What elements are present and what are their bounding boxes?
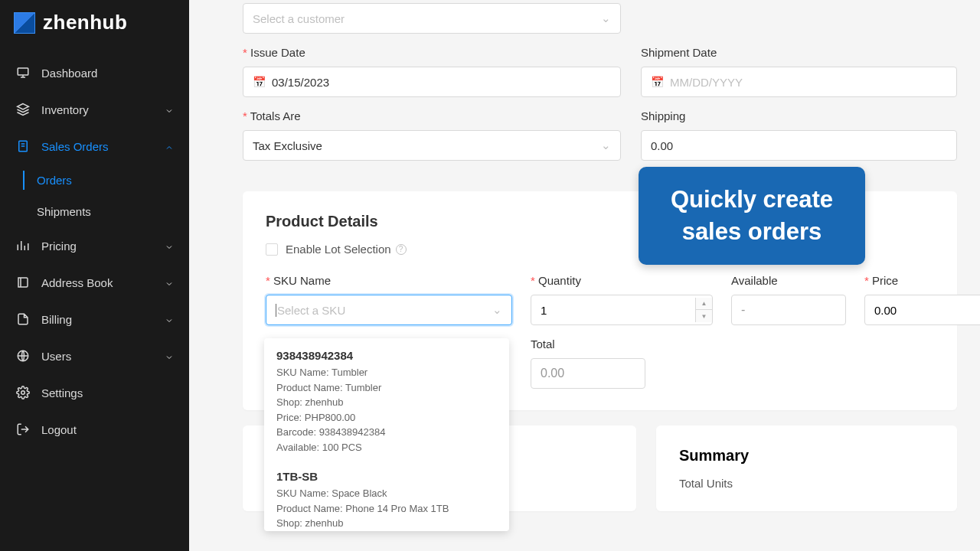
sku-option-skuname: SKU Name: Tumbler (276, 365, 497, 380)
calendar-icon: 📅 (651, 76, 664, 88)
sku-option-shop: Shop: zhenhub (276, 516, 497, 531)
sidebar-item-dashboard[interactable]: Dashboard (0, 54, 189, 91)
stepper-up-button[interactable]: ▲ (696, 298, 712, 310)
sku-option-price: Price: PHP800.00 (276, 410, 497, 425)
totals-are-label: Totals Are (243, 109, 621, 122)
file-icon (15, 311, 31, 327)
total-label: Total (531, 337, 645, 350)
nav-label: Logout (41, 423, 174, 436)
summary-total-units-label: Total Units (679, 477, 934, 490)
help-icon[interactable]: ? (396, 244, 407, 255)
chevron-down-icon (165, 278, 174, 287)
sidebar-item-settings[interactable]: Settings (0, 374, 189, 411)
sidebar-item-billing[interactable]: Billing (0, 301, 189, 337)
totals-are-select[interactable]: Tax Exclusive ⌄ (243, 130, 621, 161)
enable-lot-label: Enable Lot Selection (286, 243, 391, 256)
brand-name: zhenhub (43, 11, 127, 34)
customer-select[interactable]: Select a customer ⌄ (243, 3, 621, 34)
sku-option-productname: Product Name: Tumbler (276, 380, 497, 396)
nav-label: Address Book (41, 276, 165, 289)
chevron-down-icon: ⌄ (601, 11, 611, 25)
gear-icon (15, 385, 31, 400)
issue-date-input[interactable]: 📅 03/15/2023 (243, 67, 621, 97)
available-value: - (731, 295, 846, 325)
total-value: 0.00 (531, 358, 645, 389)
nav-label: Inventory (41, 103, 165, 116)
svg-rect-0 (18, 68, 28, 75)
callout-line-2: sales orders (671, 216, 833, 248)
chevron-down-icon (165, 105, 174, 114)
sidebar-item-inventory[interactable]: Inventory (0, 91, 189, 128)
chevron-down-icon (165, 241, 174, 250)
sidebar-item-sales-orders[interactable]: Sales Orders (0, 128, 189, 165)
clipboard-icon (15, 139, 31, 154)
calendar-icon: 📅 (253, 76, 266, 88)
logo: zhenhub (0, 0, 189, 48)
chart-icon (15, 238, 31, 253)
sku-option-code: 938438942384 (276, 349, 497, 362)
price-value[interactable] (865, 304, 980, 317)
shipment-date-placeholder: MM/DD/YYYY (670, 76, 743, 89)
monitor-icon (15, 65, 31, 80)
chevron-down-icon: ⌄ (601, 139, 611, 152)
callout-line-1: Quickly create (671, 184, 833, 216)
quantity-value[interactable] (531, 304, 695, 317)
sidebar-item-logout[interactable]: Logout (0, 411, 189, 448)
summary-title: Summary (679, 447, 934, 465)
shipping-label: Shipping (641, 109, 957, 122)
sku-option-barcode: Barcode: 938438942384 (276, 425, 497, 440)
sidebar-subitem-orders[interactable]: Orders (0, 165, 189, 196)
nav-label: Pricing (41, 240, 165, 253)
stepper-down-button[interactable]: ▼ (696, 310, 712, 322)
logout-icon (15, 422, 31, 437)
shipment-date-label: Shipment Date (641, 46, 957, 59)
sidebar-item-address-book[interactable]: Address Book (0, 264, 189, 301)
sku-name-label: SKU Name (266, 274, 512, 287)
brand-logo-icon (14, 12, 35, 34)
sku-option-2[interactable]: 1TB-SB SKU Name: Space Black Product Nam… (264, 462, 509, 531)
quantity-input[interactable]: ▲ ▼ (531, 295, 713, 325)
chevron-up-icon (165, 142, 174, 151)
shipment-date-input[interactable]: 📅 MM/DD/YYYY (641, 67, 957, 97)
chevron-down-icon: ⌄ (492, 303, 502, 317)
issue-date-value: 03/15/2023 (272, 76, 329, 89)
summary-card: Summary Total Units (656, 425, 957, 511)
sidebar-item-users[interactable]: Users (0, 337, 189, 374)
nav-label: Settings (41, 386, 174, 399)
sku-option-shop: Shop: zhenhub (276, 395, 497, 410)
nav-label: Billing (41, 313, 165, 326)
enable-lot-checkbox[interactable] (266, 243, 278, 256)
book-icon (15, 275, 31, 290)
promo-callout: Quickly create sales orders (639, 167, 865, 265)
price-label: Price (864, 274, 980, 287)
sku-select[interactable]: Select a SKU ⌄ (266, 295, 512, 325)
price-input[interactable]: ▲ ▼ (864, 295, 980, 325)
layers-icon (15, 102, 31, 117)
sidebar-item-pricing[interactable]: Pricing (0, 227, 189, 264)
sidebar-subitem-shipments[interactable]: Shipments (0, 196, 189, 227)
sku-option-price: Price: PHP109990.00 (276, 531, 497, 532)
available-label: Available (731, 274, 846, 287)
nav-label: Users (41, 350, 165, 363)
globe-icon (15, 348, 31, 364)
sku-dropdown-menu: 938438942384 SKU Name: Tumbler Product N… (264, 338, 509, 531)
chevron-down-icon (165, 315, 174, 324)
customer-placeholder: Select a customer (253, 12, 345, 25)
sku-option-skuname: SKU Name: Space Black (276, 486, 497, 501)
chevron-down-icon (165, 351, 174, 360)
shipping-input[interactable] (641, 130, 957, 161)
sku-option-productname: Product Name: Phone 14 Pro Max 1TB (276, 501, 497, 517)
sku-option-1[interactable]: 938438942384 SKU Name: Tumbler Product N… (264, 341, 509, 462)
nav-label: Sales Orders (41, 140, 165, 153)
sku-option-available: Available: 100 PCS (276, 440, 497, 455)
nav-label: Dashboard (41, 67, 174, 80)
sku-option-code: 1TB-SB (276, 470, 497, 483)
issue-date-label: Issue Date (243, 46, 621, 59)
svg-point-3 (21, 391, 25, 395)
totals-are-value: Tax Exclusive (253, 139, 322, 152)
quantity-label: Quantity (531, 274, 713, 287)
sku-placeholder: Select a SKU (276, 304, 345, 317)
sidebar: zhenhub Dashboard Inventory Sales Orders… (0, 0, 189, 551)
